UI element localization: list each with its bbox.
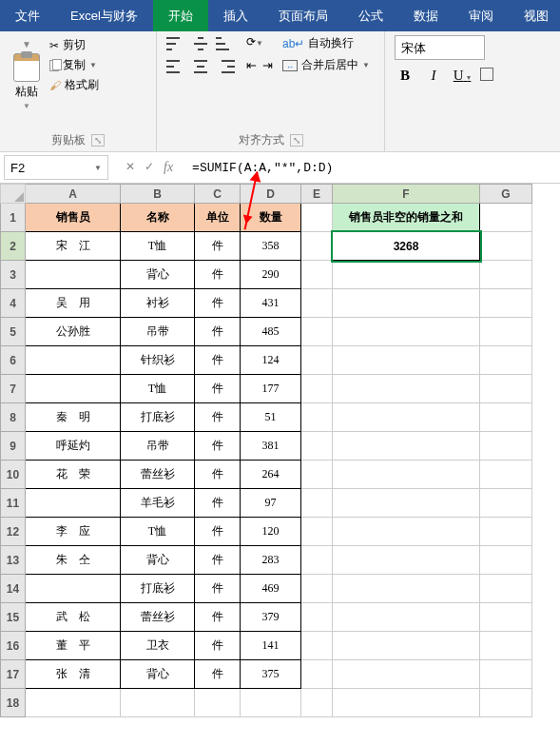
cell[interactable] bbox=[301, 318, 333, 346]
cell[interactable] bbox=[333, 603, 480, 632]
cell[interactable] bbox=[301, 461, 333, 489]
col-header-e[interactable]: E bbox=[301, 185, 333, 204]
align-right-button[interactable] bbox=[216, 58, 235, 75]
cell[interactable] bbox=[26, 575, 121, 603]
header-salesperson[interactable]: 销售员 bbox=[26, 204, 121, 232]
col-header-g[interactable]: G bbox=[480, 185, 532, 204]
cell[interactable] bbox=[333, 432, 480, 461]
cell[interactable]: 件 bbox=[195, 546, 241, 575]
row-header[interactable]: 3 bbox=[1, 261, 26, 289]
cell[interactable] bbox=[26, 375, 121, 403]
underline-button[interactable]: U ▾ bbox=[452, 68, 473, 84]
row-header[interactable]: 9 bbox=[1, 432, 26, 461]
cell[interactable] bbox=[333, 518, 480, 546]
cell[interactable]: 120 bbox=[241, 518, 301, 546]
cell[interactable]: 177 bbox=[241, 375, 301, 403]
cell[interactable] bbox=[480, 261, 532, 289]
cell[interactable]: T恤 bbox=[121, 375, 195, 403]
indent-increase-button[interactable]: ⇥ bbox=[262, 58, 273, 75]
cell[interactable]: 件 bbox=[195, 232, 241, 261]
row-header[interactable]: 18 bbox=[1, 689, 26, 717]
cell[interactable] bbox=[480, 689, 532, 717]
cell[interactable]: 件 bbox=[195, 461, 241, 489]
formula-input[interactable]: =SUMIF(A:A,"*",D:D) bbox=[186, 158, 560, 178]
row-header[interactable]: 2 bbox=[1, 232, 26, 261]
cell[interactable] bbox=[26, 346, 121, 375]
cell[interactable] bbox=[301, 375, 333, 403]
cell[interactable] bbox=[480, 375, 532, 403]
cell[interactable] bbox=[333, 660, 480, 689]
cell[interactable]: 针织衫 bbox=[121, 346, 195, 375]
tab-review[interactable]: 审阅 bbox=[454, 0, 509, 31]
copy-button[interactable]: 复制 ▼ bbox=[49, 55, 99, 75]
cell[interactable]: 97 bbox=[241, 489, 301, 518]
cell[interactable] bbox=[301, 289, 333, 318]
cell[interactable] bbox=[26, 689, 121, 717]
cell[interactable]: 件 bbox=[195, 632, 241, 660]
cell[interactable] bbox=[26, 489, 121, 518]
row-header[interactable]: 7 bbox=[1, 375, 26, 403]
cell[interactable] bbox=[480, 346, 532, 375]
cell[interactable]: 朱 仝 bbox=[26, 546, 121, 575]
tab-view[interactable]: 视图 bbox=[509, 0, 556, 31]
bold-button[interactable]: B bbox=[395, 68, 415, 84]
cell[interactable] bbox=[333, 489, 480, 518]
cell[interactable]: 件 bbox=[195, 403, 241, 432]
cell[interactable] bbox=[480, 660, 532, 689]
cell[interactable] bbox=[333, 575, 480, 603]
cell[interactable]: 背心 bbox=[121, 261, 195, 289]
cell[interactable] bbox=[301, 432, 333, 461]
wrap-text-button[interactable]: ab↵ 自动换行 bbox=[282, 35, 370, 51]
cell[interactable] bbox=[241, 689, 301, 717]
row-header[interactable]: 6 bbox=[1, 346, 26, 375]
accept-formula-button[interactable]: ✓ bbox=[145, 160, 154, 175]
cell[interactable] bbox=[333, 261, 480, 289]
cell[interactable] bbox=[195, 689, 241, 717]
tab-insert[interactable]: 插入 bbox=[208, 0, 263, 31]
cell[interactable]: 264 bbox=[241, 461, 301, 489]
cell[interactable] bbox=[480, 489, 532, 518]
cell[interactable] bbox=[301, 346, 333, 375]
col-header-c[interactable]: C bbox=[195, 185, 241, 204]
row-header[interactable]: 4 bbox=[1, 289, 26, 318]
cell[interactable] bbox=[480, 546, 532, 575]
row-header[interactable]: 10 bbox=[1, 461, 26, 489]
dialog-launcher-icon[interactable]: ⤡ bbox=[91, 134, 105, 147]
cell[interactable] bbox=[301, 575, 333, 603]
cell[interactable]: 羊毛衫 bbox=[121, 489, 195, 518]
cell[interactable]: 124 bbox=[241, 346, 301, 375]
cell[interactable]: 打底衫 bbox=[121, 403, 195, 432]
row-header[interactable]: 1 bbox=[1, 204, 26, 232]
cell[interactable]: 呼延灼 bbox=[26, 432, 121, 461]
cell[interactable] bbox=[333, 289, 480, 318]
cell[interactable]: 宋 江 bbox=[26, 232, 121, 261]
row-header[interactable]: 5 bbox=[1, 318, 26, 346]
fx-button[interactable]: fx bbox=[164, 160, 173, 175]
cell[interactable]: 花 荣 bbox=[26, 461, 121, 489]
row-header[interactable]: 13 bbox=[1, 546, 26, 575]
cell[interactable] bbox=[333, 375, 480, 403]
merge-center-button[interactable]: ↔ 合并后居中 ▼ bbox=[282, 57, 370, 73]
cell[interactable]: 431 bbox=[241, 289, 301, 318]
cell[interactable]: 375 bbox=[241, 660, 301, 689]
indent-decrease-button[interactable]: ⇤ bbox=[246, 58, 257, 75]
cell[interactable]: 件 bbox=[195, 346, 241, 375]
cell[interactable] bbox=[301, 518, 333, 546]
cell[interactable]: 打底衫 bbox=[121, 575, 195, 603]
cell[interactable]: 51 bbox=[241, 403, 301, 432]
row-header[interactable]: 11 bbox=[1, 489, 26, 518]
cell[interactable] bbox=[121, 689, 195, 717]
align-middle-button[interactable] bbox=[191, 35, 210, 52]
col-header-f[interactable]: F bbox=[333, 185, 480, 204]
cell[interactable] bbox=[301, 546, 333, 575]
col-header-b[interactable]: B bbox=[121, 185, 195, 204]
cell[interactable]: 件 bbox=[195, 289, 241, 318]
cell[interactable]: 件 bbox=[195, 375, 241, 403]
cell[interactable]: 蕾丝衫 bbox=[121, 603, 195, 632]
row-header[interactable]: 16 bbox=[1, 632, 26, 660]
cell[interactable]: 背心 bbox=[121, 546, 195, 575]
dialog-launcher-icon[interactable]: ⤡ bbox=[290, 134, 303, 147]
cell[interactable]: 358 bbox=[241, 232, 301, 261]
cell[interactable] bbox=[480, 461, 532, 489]
cell[interactable]: 蕾丝衫 bbox=[121, 461, 195, 489]
